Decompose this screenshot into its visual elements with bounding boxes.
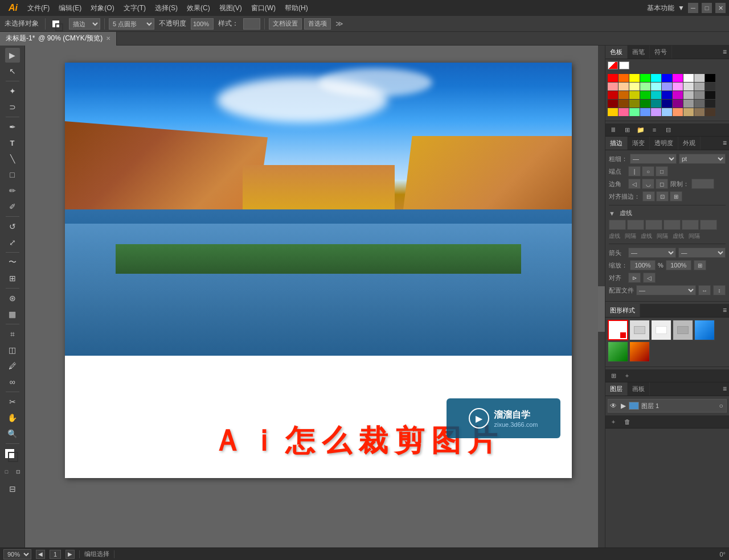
layers-options[interactable]: ≡ [720,382,729,396]
close-button[interactable]: ✕ [715,3,726,13]
color-swatch-cell[interactable] [640,108,650,116]
color-swatch-cell[interactable] [705,100,715,108]
color-swatch-cell[interactable] [673,83,683,90]
color-swatch-cell[interactable] [651,91,661,99]
color-swatch-cell[interactable] [694,108,705,116]
symbol-sprayer-tool[interactable]: ⊛ [5,291,20,306]
style-item-3[interactable] [651,320,671,340]
corner-bevel[interactable]: ◻ [656,179,668,189]
color-swatch-cell[interactable] [673,100,683,108]
canvas-scroll[interactable]: Ａｉ怎么裁剪图片 ▶ 溜溜自学 zixue.3d66.com [25,46,605,547]
tab-transparency[interactable]: 透明度 [650,137,678,150]
paintbrush-tool[interactable]: ✏ [5,183,20,198]
color-swatch-cell[interactable] [640,100,650,108]
tab-graphic-styles[interactable]: 图形样式 [605,304,640,317]
scale-tool[interactable]: ⤢ [5,235,20,250]
color-swatch-cell[interactable] [651,74,661,82]
color-swatch-cell[interactable] [651,83,661,90]
style-item-5[interactable] [694,320,715,340]
color-swatch-cell[interactable] [608,91,618,99]
style-item-4[interactable] [673,320,693,340]
stroke-panel-options[interactable]: ≡ [720,137,729,150]
page-input[interactable] [50,550,61,559]
gap3-input[interactable] [700,220,717,230]
color-swatch-cell[interactable] [629,83,640,90]
zoom-select[interactable]: 90% [3,549,31,559]
profile-flip-h[interactable]: ↔ [698,285,711,295]
color-swatch-cell[interactable] [629,100,640,108]
color-swatch-cell[interactable] [683,100,694,108]
color-swatch-cell[interactable] [619,100,629,108]
dash3-input[interactable] [682,220,699,230]
panel-icon-3[interactable]: 📁 [635,125,646,135]
color-swatch-cell[interactable] [705,91,715,99]
corner-miter[interactable]: ◁ [628,179,641,189]
panel-icon-4[interactable]: ≡ [649,125,660,135]
cap-round[interactable]: ○ [642,166,654,176]
layer-expand-icon[interactable]: ▶ [620,402,626,409]
tab-stroke[interactable]: 描边 [605,137,628,150]
screen-mode-btn[interactable]: ⊟ [5,481,20,496]
warp-tool[interactable]: 〜 [5,255,20,270]
document-tab[interactable]: 未标题-1* @ 90% (CMYK/预览) ✕ [0,32,117,46]
color-swatch-cell[interactable] [705,108,715,116]
tab-layers[interactable]: 图层 [605,382,628,396]
doc-setup-button[interactable]: 文档设置 [269,18,302,30]
draw-normal-btn[interactable]: □ [2,467,12,477]
shape-tool[interactable]: □ [5,167,20,182]
color-swatch-cell[interactable] [629,74,640,82]
arrow-end-select[interactable]: — [678,248,726,258]
color-swatch-cell[interactable] [608,100,618,108]
color-swatch-cell[interactable] [683,74,694,82]
mesh-tool[interactable]: ⌗ [5,327,20,341]
gap2-input[interactable] [664,220,681,230]
draw-behind-btn[interactable]: ⊡ [13,467,23,477]
menu-object[interactable]: 对象(O) [86,1,118,15]
minimize-button[interactable]: ─ [688,3,698,13]
panel-icon-link[interactable]: ⊞ [608,370,619,381]
color-swatch-cell[interactable] [683,91,694,99]
blend-tool[interactable]: ∞ [5,374,20,389]
prev-page-btn[interactable]: ◀ [36,550,45,559]
style-item-1[interactable] [608,320,628,340]
fill-stroke-indicator[interactable] [50,18,67,30]
more-options-icon[interactable]: ≫ [335,19,343,28]
menu-edit[interactable]: 编辑(E) [54,1,86,15]
color-swatch-cell[interactable] [662,74,672,82]
limit-input[interactable] [691,179,714,189]
tab-swatches[interactable]: 色板 [605,46,628,59]
color-swatch-cell[interactable] [673,108,683,116]
color-swatch-cell[interactable] [640,74,650,82]
color-swatch-cell[interactable] [619,108,629,116]
pen-tool[interactable]: ✒ [5,120,20,134]
color-swatch-cell[interactable] [673,91,683,99]
panel-icon-1[interactable]: Ⅲ [608,125,619,135]
color-swatch-cell[interactable] [694,100,705,108]
gradient-tool[interactable]: ◫ [5,343,20,357]
fill-stroke-box[interactable] [3,447,22,463]
tab-gradient[interactable]: 渐变 [628,137,650,150]
rotate-tool[interactable]: ↺ [5,219,20,234]
color-swatch-cell[interactable] [694,74,705,82]
color-swatch-cell[interactable] [683,108,694,116]
arrow-start-select[interactable]: — [628,248,676,258]
dash2-input[interactable] [645,220,662,230]
tab-symbols[interactable]: 符号 [650,46,672,59]
menu-view[interactable]: 视图(V) [215,1,247,15]
color-swatch-cell[interactable] [662,83,672,90]
next-page-btn[interactable]: ▶ [65,550,75,559]
column-graph-tool[interactable]: ▦ [5,307,20,322]
color-swatch-cell[interactable] [662,108,672,116]
color-swatch-cell[interactable] [608,108,618,116]
tab-brushes[interactable]: 画笔 [628,46,650,59]
color-swatch-cell[interactable] [705,83,715,90]
delete-layer-btn[interactable]: 🗑 [621,417,633,427]
color-swatch-cell[interactable] [608,83,618,90]
type-tool[interactable]: T [5,135,20,150]
scale-input1[interactable] [630,260,656,270]
color-swatch-cell[interactable] [608,74,618,82]
layer-row-1[interactable]: 👁 ▶ 图层 1 ○ [608,399,727,413]
profile-flip-v[interactable]: ↕ [713,285,726,295]
white-swatch[interactable] [619,61,629,69]
magic-wand-tool[interactable]: ✦ [5,84,20,98]
